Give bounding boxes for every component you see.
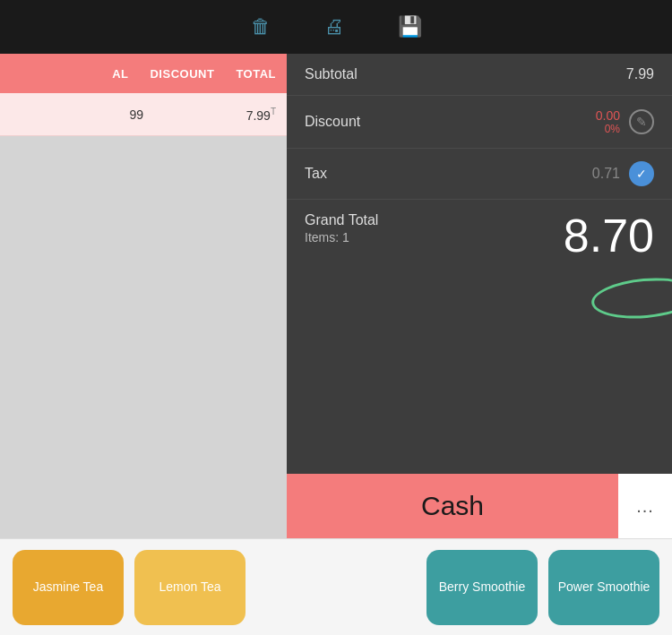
trash-icon[interactable]: 🗑: [251, 15, 271, 39]
tax-value: 0.71: [592, 166, 620, 182]
cash-button[interactable]: Cash: [287, 474, 618, 538]
tax-right: 0.71 ✓: [592, 161, 654, 186]
tax-check-button[interactable]: ✓: [629, 161, 654, 186]
cash-label: Cash: [421, 491, 484, 521]
discount-amount: 0.00: [596, 108, 620, 123]
left-panel: AL DISCOUNT TOTAL 99 7.99T: [0, 54, 287, 538]
table-row: 99 7.99T: [0, 93, 287, 136]
more-button[interactable]: ...: [618, 474, 672, 538]
edit-discount-button[interactable]: ✎: [629, 109, 654, 134]
subtotal-label: Subtotal: [305, 66, 358, 82]
left-body: [0, 136, 287, 538]
row-total: 7.99T: [231, 107, 276, 123]
table-header: AL DISCOUNT TOTAL: [0, 54, 287, 93]
grand-total-left: Grand Total Items: 1: [305, 212, 378, 245]
row-col1: 99: [99, 107, 143, 122]
grand-total-value: 8.70: [564, 212, 654, 259]
col-discount-header: DISCOUNT: [150, 67, 214, 81]
right-panel: Subtotal 7.99 Discount 0.00 0% ✎ Tax 0.7…: [287, 54, 672, 538]
bottom-action: Cash ...: [287, 474, 672, 538]
discount-right: 0.00 0% ✎: [596, 108, 654, 135]
product-label: Power Smoothie: [558, 579, 650, 595]
more-label: ...: [636, 496, 654, 517]
discount-values: 0.00 0%: [596, 108, 620, 135]
product-label: Jasmine Tea: [33, 579, 103, 595]
product-berry-smoothie[interactable]: Berry Smoothie: [426, 550, 538, 625]
discount-label: Discount: [305, 114, 360, 130]
product-jasmine-tea[interactable]: Jasmine Tea: [13, 550, 124, 625]
col-total-header: AL: [112, 67, 128, 81]
col-grand-header: TOTAL: [236, 67, 276, 81]
product-label: Lemon Tea: [159, 579, 220, 595]
product-lemon-tea[interactable]: Lemon Tea: [134, 550, 246, 625]
product-power-smoothie[interactable]: Power Smoothie: [548, 550, 659, 625]
product-bar: Jasmine Tea Lemon Tea Berry Smoothie Pow…: [0, 538, 672, 635]
tax-label: Tax: [305, 166, 327, 182]
grand-total-label: Grand Total: [305, 212, 378, 228]
product-empty: [256, 550, 416, 625]
discount-percent: 0%: [605, 123, 620, 135]
items-count: Items: 1: [305, 230, 378, 245]
tax-indicator: T: [271, 107, 276, 116]
discount-row: Discount 0.00 0% ✎: [287, 96, 672, 149]
product-label: Berry Smoothie: [439, 579, 525, 595]
grand-total-row: Grand Total Items: 1 8.70: [287, 200, 672, 266]
tax-row: Tax 0.71 ✓: [287, 149, 672, 200]
save-icon[interactable]: 💾: [398, 15, 422, 39]
subtotal-row: Subtotal 7.99: [287, 54, 672, 96]
subtotal-value: 7.99: [626, 66, 654, 82]
top-bar: 🗑 🖨 💾: [0, 0, 672, 54]
main-area: AL DISCOUNT TOTAL 99 7.99T Subtotal 7.99…: [0, 54, 672, 538]
print-icon[interactable]: 🖨: [324, 15, 344, 39]
right-body: [287, 266, 672, 474]
